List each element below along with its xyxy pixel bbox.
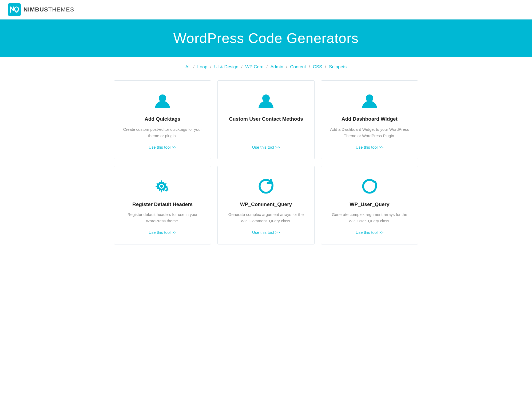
header: NIMBUSTHEMES <box>0 0 532 19</box>
svg-point-9 <box>166 188 167 190</box>
user-icon <box>360 91 379 110</box>
svg-point-7 <box>160 185 163 188</box>
card-add-quicktags: Add Quicktags Create custom post-editor … <box>114 80 211 159</box>
nav-css[interactable]: CSS <box>313 64 322 69</box>
nav-all[interactable]: All <box>185 64 190 69</box>
card-register-default-headers-link[interactable]: Use this tool >> <box>149 230 176 235</box>
card-custom-user-contact: Custom User Contact Methods Use this too… <box>217 80 315 159</box>
refresh-icon <box>256 177 276 196</box>
nav-snippets[interactable]: Snippets <box>329 64 347 69</box>
card-add-dashboard-widget: Add Dashboard Widget Add a Dashboard Wid… <box>321 80 418 159</box>
nav-content[interactable]: Content <box>290 64 306 69</box>
card-wp-user-query-desc: Generate complex argument arrays for the… <box>329 211 410 224</box>
nav-sep-4: / <box>266 64 268 69</box>
card-add-dashboard-widget-link[interactable]: Use this tool >> <box>356 145 383 149</box>
svg-point-2 <box>159 94 166 102</box>
category-nav: All / Loop / UI & Design / WP Core / Adm… <box>0 57 532 72</box>
svg-point-4 <box>366 94 373 102</box>
nimbus-logo-icon <box>8 3 21 16</box>
user-icon <box>256 91 276 110</box>
tools-grid: Add Quicktags Create custom post-editor … <box>106 80 426 244</box>
nav-ui-design[interactable]: UI & Design <box>214 64 239 69</box>
card-wp-user-query-link[interactable]: Use this tool >> <box>356 230 383 235</box>
card-add-dashboard-widget-title: Add Dashboard Widget <box>342 116 398 122</box>
nav-admin[interactable]: Admin <box>270 64 283 69</box>
card-custom-user-contact-title: Custom User Contact Methods <box>229 116 303 122</box>
card-add-dashboard-widget-desc: Add a Dashboard Widget to your WordPress… <box>329 126 410 139</box>
card-custom-user-contact-link[interactable]: Use this tool >> <box>252 145 280 149</box>
nav-sep-1: / <box>193 64 194 69</box>
card-wp-user-query: WP_User_Query Generate complex argument … <box>321 166 418 245</box>
nav-sep-6: / <box>309 64 310 69</box>
svg-point-3 <box>262 94 270 102</box>
card-add-quicktags-title: Add Quicktags <box>145 116 180 122</box>
hero-banner: WordPress Code Generators <box>0 19 532 57</box>
nav-loop[interactable]: Loop <box>197 64 207 69</box>
nav-sep-7: / <box>325 64 326 69</box>
card-register-default-headers-title: Register Default Headers <box>132 201 193 208</box>
nav-sep-3: / <box>241 64 243 69</box>
refresh-icon <box>360 177 379 196</box>
card-add-quicktags-desc: Create custom post-editor quicktags for … <box>122 126 203 139</box>
nav-wp-core[interactable]: WP Core <box>245 64 264 69</box>
hero-title: WordPress Code Generators <box>5 30 527 46</box>
card-wp-user-query-title: WP_User_Query <box>350 201 390 208</box>
gears-icon <box>153 177 172 196</box>
card-wp-comment-query: WP_Comment_Query Generate complex argume… <box>217 166 315 245</box>
card-wp-comment-query-desc: Generate complex argument arrays for the… <box>226 211 306 224</box>
card-wp-comment-query-title: WP_Comment_Query <box>240 201 292 208</box>
card-wp-comment-query-link[interactable]: Use this tool >> <box>252 230 280 235</box>
nav-sep-2: / <box>210 64 212 69</box>
card-register-default-headers-desc: Register default headers for use in your… <box>122 211 203 224</box>
nav-sep-5: / <box>286 64 287 69</box>
card-add-quicktags-link[interactable]: Use this tool >> <box>149 145 176 149</box>
card-register-default-headers: Register Default Headers Register defaul… <box>114 166 211 245</box>
brand-name: NIMBUSTHEMES <box>23 6 74 13</box>
user-icon <box>153 91 172 110</box>
